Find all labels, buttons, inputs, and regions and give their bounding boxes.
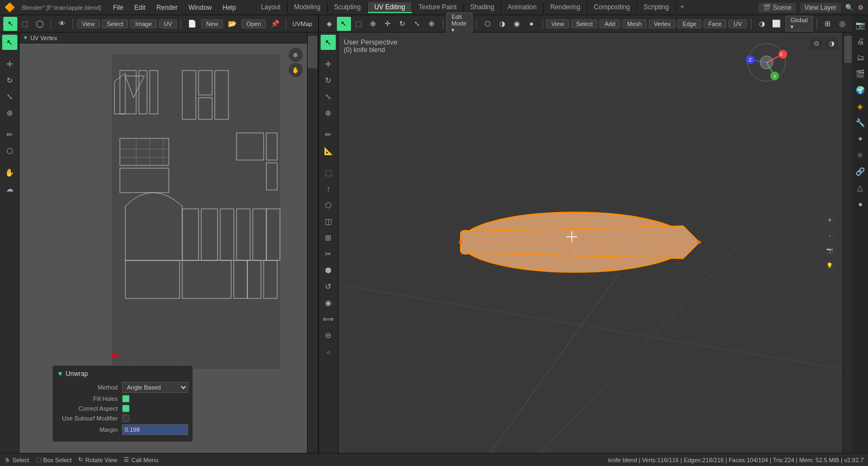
vp-box-select[interactable]: ⬚ bbox=[321, 165, 336, 180]
uv-open-button[interactable]: Open bbox=[241, 20, 266, 28]
viewport-transform[interactable]: ⊕ bbox=[425, 17, 439, 31]
output-props-icon[interactable]: 🖨 bbox=[853, 34, 868, 49]
uv-grab-tool[interactable]: ✋ bbox=[2, 165, 17, 180]
uv-transform-tool[interactable]: ⊕ bbox=[2, 105, 17, 120]
menu-window[interactable]: Window bbox=[183, 3, 218, 12]
fill-holes-checkbox[interactable] bbox=[122, 395, 130, 403]
camera-btn[interactable]: 📷 bbox=[823, 244, 836, 257]
vp-move-tool[interactable]: ✛ bbox=[321, 56, 336, 72]
scene-dropdown[interactable]: 🎬 Scene bbox=[758, 3, 795, 12]
particles-props-icon[interactable]: ✦ bbox=[853, 131, 868, 146]
uv-folder-icon[interactable]: 📂 bbox=[225, 17, 239, 31]
vp-poly-build[interactable]: ⬢ bbox=[321, 263, 336, 278]
uv-canvas[interactable]: ▼ UV Vertex bbox=[20, 33, 307, 453]
uv-menu-uv[interactable]: UV bbox=[159, 20, 177, 28]
ws-sculpting[interactable]: Sculpting bbox=[328, 2, 368, 13]
margin-input[interactable]: 0.198 bbox=[122, 424, 188, 435]
viewport-select-btn[interactable]: Select bbox=[571, 20, 598, 28]
menu-render[interactable]: Render bbox=[151, 3, 183, 12]
vp-smooth[interactable]: ◉ bbox=[321, 295, 336, 310]
fill-holes-check[interactable] bbox=[122, 395, 130, 403]
global-dropdown[interactable]: Global ▾ bbox=[786, 16, 813, 31]
object-props-icon[interactable]: ◈ bbox=[853, 99, 868, 114]
shading-solid[interactable]: ◑ bbox=[495, 17, 509, 31]
xray-icon[interactable]: ⬜ bbox=[769, 17, 783, 31]
vp-edge-slide[interactable]: ⟺ bbox=[321, 311, 336, 327]
viewport-scale[interactable]: ⤡ bbox=[410, 17, 424, 31]
viewport-uv-btn[interactable]: UV bbox=[729, 20, 746, 28]
vp-scale-tool[interactable]: ⤡ bbox=[321, 89, 336, 104]
ws-texture-paint[interactable]: Texture Paint bbox=[412, 2, 464, 13]
uv-menu-view[interactable]: View bbox=[77, 20, 100, 28]
vp-shear[interactable]: ⬦ bbox=[321, 344, 336, 359]
constraints-props-icon[interactable]: 🔗 bbox=[853, 164, 868, 179]
uv-move-tool[interactable]: ✛ bbox=[2, 56, 17, 72]
method-select[interactable]: Angle Based bbox=[122, 382, 188, 393]
vp-bevel[interactable]: ◫ bbox=[321, 214, 336, 229]
method-dropdown[interactable]: Angle Based bbox=[122, 382, 188, 393]
viewport-edge-btn[interactable]: Edge bbox=[678, 20, 701, 28]
uv-cursor-tool[interactable]: ↖ bbox=[2, 35, 17, 50]
ws-compositing[interactable]: Compositing bbox=[588, 2, 637, 13]
vp-knife[interactable]: ✂ bbox=[321, 246, 336, 261]
correct-aspect-checkbox[interactable] bbox=[122, 405, 130, 412]
world-props-icon[interactable]: 🌍 bbox=[853, 82, 868, 98]
viewport-select-icon[interactable]: ↖ bbox=[337, 17, 351, 31]
uv-side-panel-toggle[interactable] bbox=[308, 36, 317, 68]
ws-rendering[interactable]: Rendering bbox=[544, 2, 587, 13]
shading-material[interactable]: ◉ bbox=[510, 17, 524, 31]
overlay-icon[interactable]: ◑ bbox=[755, 17, 769, 31]
viewport-rotate[interactable]: ↻ bbox=[395, 17, 410, 31]
uv-menu-select[interactable]: Select bbox=[102, 20, 129, 28]
zoom-in-btn[interactable]: + bbox=[823, 214, 836, 227]
ws-shading[interactable]: Shading bbox=[464, 2, 501, 13]
object-data-icon[interactable]: △ bbox=[853, 180, 868, 195]
use-subsurf-check[interactable] bbox=[122, 414, 130, 422]
uv-circle-select[interactable]: ◯ bbox=[33, 17, 47, 31]
shading-wire[interactable]: ⬡ bbox=[481, 17, 495, 31]
uv-annotate-tool[interactable]: ✏ bbox=[2, 127, 17, 142]
viewport-move[interactable]: ✛ bbox=[381, 17, 395, 31]
proportional-icon[interactable]: ◎ bbox=[835, 17, 849, 31]
ws-add-button[interactable]: + bbox=[676, 2, 688, 13]
viewport-cursor[interactable]: ⊕ bbox=[366, 17, 380, 31]
viewport-setting1[interactable]: ⊙ bbox=[810, 37, 823, 50]
viewport-3d[interactable]: User Perspective (0) knife blend X Y bbox=[339, 33, 843, 453]
nav-gizmo[interactable]: X Y Z bbox=[745, 41, 788, 86]
correct-aspect-check[interactable] bbox=[122, 405, 130, 412]
ws-modeling[interactable]: Modeling bbox=[288, 2, 328, 13]
uv-pan[interactable]: ✋ bbox=[289, 63, 303, 77]
viewport-side-toggle[interactable] bbox=[844, 36, 852, 63]
viewport-view-btn[interactable]: View bbox=[546, 20, 569, 28]
viewport-setting2[interactable]: ◑ bbox=[825, 37, 838, 50]
vp-measure-tool[interactable]: 📐 bbox=[321, 143, 336, 158]
uv-polygon-tool[interactable]: ⬡ bbox=[2, 143, 17, 158]
edit-mode-btn[interactable]: Edit Mode ▾ bbox=[446, 12, 473, 35]
uv-scale-tool[interactable]: ⤡ bbox=[2, 89, 17, 104]
uv-view-icon[interactable]: 👁 bbox=[55, 17, 69, 31]
vp-rotate-tool[interactable]: ↻ bbox=[321, 73, 336, 88]
uv-zoom-fit[interactable]: ⊕ bbox=[289, 48, 303, 62]
vp-inset[interactable]: ⬡ bbox=[321, 197, 336, 213]
modifier-props-icon[interactable]: 🔧 bbox=[853, 115, 868, 130]
vp-loop-cut[interactable]: ⊞ bbox=[321, 230, 336, 245]
viewport-boxes[interactable]: ⬚ bbox=[352, 17, 366, 31]
scene-props-icon[interactable]: 🎬 bbox=[853, 66, 868, 81]
viewport-mode-icon[interactable]: ◈ bbox=[322, 17, 336, 31]
menu-edit[interactable]: Edit bbox=[129, 3, 151, 12]
view-layer-dropdown[interactable]: View Layer bbox=[800, 3, 841, 12]
search-icon[interactable]: 🔍 bbox=[845, 4, 853, 11]
view-layer-props-icon[interactable]: 🗂 bbox=[853, 50, 868, 65]
uv-box-select[interactable]: ⬚ bbox=[18, 17, 32, 31]
uv-pin-icon[interactable]: 📌 bbox=[268, 17, 282, 31]
use-subsurf-checkbox[interactable] bbox=[122, 414, 130, 422]
vp-spin[interactable]: ↺ bbox=[321, 279, 336, 294]
viewport-vertex-btn[interactable]: Vertex bbox=[649, 20, 675, 28]
viewport-mesh-btn[interactable]: Mesh bbox=[622, 20, 647, 28]
ws-layout[interactable]: Layout bbox=[254, 2, 288, 13]
viewport-face-btn[interactable]: Face bbox=[704, 20, 726, 28]
vp-extrude[interactable]: ↑ bbox=[321, 181, 336, 196]
uv-relax-tool[interactable]: ☁ bbox=[2, 181, 17, 196]
zoom-out-btn[interactable]: - bbox=[823, 229, 836, 242]
vp-annotate-tool[interactable]: ✏ bbox=[321, 127, 336, 142]
